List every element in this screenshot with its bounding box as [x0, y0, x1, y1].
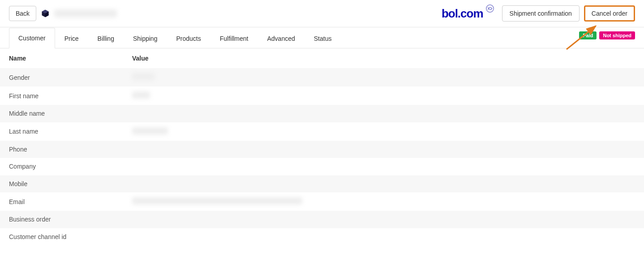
brand-swirl-icon — [485, 4, 495, 15]
table-header: Name Value — [0, 48, 644, 68]
back-button[interactable]: Back — [9, 6, 36, 21]
row-value — [132, 127, 635, 136]
tab-advanced[interactable]: Advanced — [258, 28, 305, 48]
table-row: Company — [0, 158, 644, 175]
row-name: Middle name — [9, 110, 132, 117]
not-shipped-badge: Not shipped — [599, 31, 635, 39]
tab-shipping[interactable]: Shipping — [124, 28, 167, 48]
row-name: Mobile — [9, 180, 132, 187]
table-row: Customer channel id — [0, 228, 644, 246]
row-value — [132, 73, 635, 82]
tab-bar: CustomerPriceBillingShippingProductsFulf… — [9, 27, 341, 48]
row-name: Business order — [9, 216, 132, 223]
top-left: Back — [9, 6, 117, 21]
blurred-value — [132, 73, 155, 80]
table-row: Mobile — [0, 175, 644, 193]
row-name: Company — [9, 163, 132, 170]
table-row: Gender — [0, 68, 644, 87]
package-icon — [41, 9, 50, 18]
blurred-value — [132, 91, 150, 99]
row-name: Phone — [9, 146, 132, 153]
row-name: Last name — [9, 128, 132, 135]
top-right: bol.com Shipment confirmation Cancel ord… — [442, 5, 635, 22]
col-header-name: Name — [9, 55, 132, 62]
row-name: Gender — [9, 74, 132, 81]
tab-billing[interactable]: Billing — [88, 28, 124, 48]
table-row: Business order — [0, 211, 644, 228]
top-bar: Back bol.com Shipment confirmation Cance… — [0, 0, 644, 27]
table-row: Email — [0, 192, 644, 211]
blurred-value — [132, 197, 302, 204]
shipment-confirmation-button[interactable]: Shipment confirmation — [502, 5, 580, 22]
tab-status[interactable]: Status — [305, 28, 341, 48]
customer-table: Name Value GenderFirst nameMiddle nameLa… — [0, 48, 644, 245]
row-name: First name — [9, 92, 132, 100]
table-row: First name — [0, 87, 644, 105]
table-body: GenderFirst nameMiddle nameLast namePhon… — [0, 68, 644, 245]
table-row: Phone — [0, 141, 644, 158]
table-row: Last name — [0, 122, 644, 141]
order-id-blurred — [54, 9, 117, 17]
tab-fulfillment[interactable]: Fulfillment — [210, 28, 258, 48]
brand-text: bol.com — [442, 7, 483, 21]
row-name: Email — [9, 198, 132, 205]
brand-logo: bol.com — [442, 7, 495, 21]
cancel-order-button[interactable]: Cancel order — [584, 5, 635, 22]
svg-point-0 — [486, 4, 494, 12]
row-value — [132, 91, 635, 100]
paid-badge: Paid — [579, 31, 597, 39]
blurred-value — [132, 127, 168, 135]
tab-price[interactable]: Price — [55, 28, 88, 48]
table-row: Middle name — [0, 105, 644, 122]
tab-customer[interactable]: Customer — [9, 28, 55, 48]
row-value — [132, 197, 635, 206]
col-header-value: Value — [132, 55, 635, 62]
status-badges: Paid Not shipped — [579, 31, 635, 44]
tab-products[interactable]: Products — [167, 28, 210, 48]
tab-bar-wrap: CustomerPriceBillingShippingProductsFulf… — [0, 27, 644, 48]
row-name: Customer channel id — [9, 233, 132, 240]
